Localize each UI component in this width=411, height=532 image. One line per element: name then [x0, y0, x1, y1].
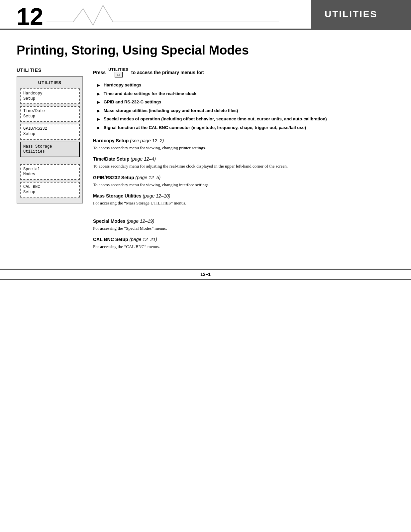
bullet-item-cal-bnc: ► Signal function at the CAL BNC connect… [96, 125, 394, 131]
section-hardcopy-title: Hardcopy Setup [93, 138, 129, 143]
menu-button-time-date[interactable]: Time/DateSetup [20, 106, 80, 122]
section-hardcopy-heading: Hardcopy Setup (see page 12–2) [93, 138, 394, 143]
section-time-date-ref: (page 12–4) [131, 156, 156, 162]
menu-panel: UTILITIES HardcopySetup Time/DateSetup G… [17, 76, 83, 203]
bullet-item-hardcopy: ► Hardcopy settings [96, 82, 394, 89]
main-content: UTILITIES UTILITIES HardcopySetup Time/D… [17, 67, 394, 255]
section-time-date-title: Time/Date Setup [93, 156, 129, 162]
section-cal-bnc-ref: (page 12–21) [129, 237, 157, 242]
section-special-modes-title: Special Modes [93, 218, 125, 224]
spacer-between [93, 212, 394, 218]
bullet-item-gpib: ► GPIB and RS-232-C settings [96, 99, 394, 106]
menu-button-hardcopy[interactable]: HardcopySetup [20, 88, 80, 104]
left-utilities-label: UTILITIES [17, 67, 83, 73]
bullet-item-time-date: ► Time and date settings for the real-ti… [96, 91, 394, 97]
section-time-date-desc: To access secondary menu for adjusting t… [93, 163, 394, 170]
chapter-number: 12 [0, 0, 47, 29]
section-cal-bnc: CAL BNC Setup (page 12–21) For accessing… [93, 237, 394, 250]
press-rest-text: to access the primary menus for: [131, 70, 204, 75]
menu-panel-title: UTILITIES [20, 80, 80, 85]
section-gpib: GPIB/RS232 Setup (page 12–5) To access s… [93, 175, 394, 188]
features-list: ► Hardcopy settings ► Time and date sett… [96, 82, 394, 131]
bullet-item-mass-storage: ► Mass storage utilities (including copy… [96, 108, 394, 114]
bullet-arrow-5: ► [96, 116, 101, 123]
bullet-arrow-1: ► [96, 82, 101, 89]
bullet-text-1: Hardcopy settings [104, 82, 141, 88]
section-mass-storage-heading: Mass Storage Utilities (page 12–10) [93, 193, 394, 199]
menu-spacer [20, 159, 80, 164]
section-mass-storage-title: Mass Storage Utilities [93, 193, 142, 199]
waveform-decoration [47, 0, 311, 29]
chapter-title: UTILITIES [311, 0, 411, 29]
section-special-modes-ref: (page 12–19) [127, 218, 154, 224]
page-number: 12–1 [200, 272, 211, 277]
bullet-arrow-2: ► [96, 91, 101, 97]
menu-button-mass-storage[interactable]: Mass StorageUtilities [20, 142, 80, 157]
menu-button-special-modes[interactable]: SpecialModes [20, 164, 80, 180]
section-gpib-heading: GPIB/RS232 Setup (page 12–5) [93, 175, 394, 180]
bullet-text-2: Time and date settings for the real-time… [104, 91, 196, 97]
section-special-modes-heading: Special Modes (page 12–19) [93, 218, 394, 224]
bullet-arrow-6: ► [96, 125, 101, 131]
section-time-date: Time/Date Setup (page 12–4) To access se… [93, 156, 394, 170]
menu-button-cal-bnc[interactable]: CAL BNCSetup [20, 182, 80, 198]
press-line: Press UTILITIES □ to access the primary … [93, 67, 394, 77]
left-panel: UTILITIES UTILITIES HardcopySetup Time/D… [17, 67, 83, 255]
bullet-text-6: Signal function at the CAL BNC connector… [104, 125, 306, 131]
section-cal-bnc-desc: For accessing the “CAL BNC” menus. [93, 243, 394, 250]
section-special-modes: Special Modes (page 12–19) For accessing… [93, 218, 394, 232]
section-time-date-heading: Time/Date Setup (page 12–4) [93, 156, 394, 162]
section-gpib-ref: (page 12–5) [136, 175, 161, 180]
section-hardcopy-ref: (see page 12–2) [130, 138, 164, 143]
bullet-text-3: GPIB and RS-232-C settings [104, 99, 161, 105]
menu-button-gpib[interactable]: GPIB/RS232Setup [20, 124, 80, 139]
section-cal-bnc-title: CAL BNC Setup [93, 237, 128, 242]
section-cal-bnc-heading: CAL BNC Setup (page 12–21) [93, 237, 394, 242]
bullet-text-4: Mass storage utilities (including copy a… [104, 108, 238, 114]
utilities-key-inline: UTILITIES □ [108, 67, 129, 77]
page-title: Printing, Storing, Using Special Modes [17, 43, 394, 58]
section-gpib-desc: To access secondary menu for viewing, ch… [93, 182, 394, 188]
footer: 12–1 [0, 269, 411, 280]
right-panel: Press UTILITIES □ to access the primary … [93, 67, 394, 255]
bullet-arrow-4: ► [96, 108, 101, 114]
bullet-arrow-3: ► [96, 99, 101, 106]
section-gpib-title: GPIB/RS232 Setup [93, 175, 134, 180]
section-mass-storage-ref: (page 12–10) [143, 193, 170, 199]
section-hardcopy: Hardcopy Setup (see page 12–2) To access… [93, 138, 394, 151]
section-mass-storage: Mass Storage Utilities (page 12–10) For … [93, 193, 394, 206]
bullet-text-5: Special modes of operation (including of… [104, 116, 327, 122]
section-hardcopy-desc: To access secondary menu for viewing, ch… [93, 145, 394, 151]
section-mass-storage-desc: For accessing the “Mass Storage UTILITIE… [93, 200, 394, 206]
bullet-item-special-modes: ► Special modes of operation (including … [96, 116, 394, 123]
utilities-key-label: UTILITIES [108, 67, 129, 71]
utilities-key-button[interactable]: □ [115, 72, 123, 77]
section-special-modes-desc: For accessing the “Special Modes” menus. [93, 225, 394, 232]
press-word: Press [93, 70, 106, 75]
page-header: 12 UTILITIES [0, 0, 411, 30]
